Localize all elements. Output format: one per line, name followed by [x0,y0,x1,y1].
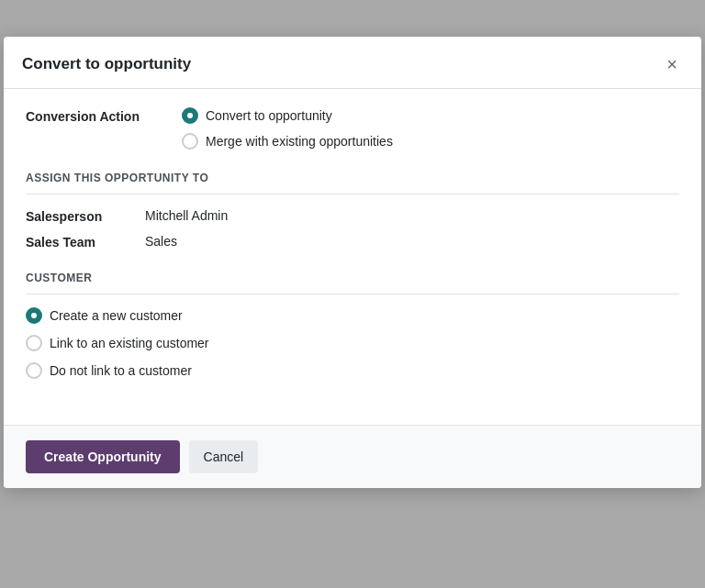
customer-heading: CUSTOMER [26,272,679,284]
assign-heading: ASSIGN THIS OPPORTUNITY TO [26,172,679,184]
radio-circle-existing [26,335,42,351]
radio-label-new: Create a new customer [50,308,183,323]
conversion-action-section: Conversion Action Convert to opportunity… [26,107,679,150]
sales-team-row: Sales Team Sales [26,233,679,250]
cancel-button[interactable]: Cancel [189,440,259,473]
salesperson-value: Mitchell Admin [145,208,228,223]
radio-circle-new [26,307,42,324]
radio-label-existing: Link to an existing customer [50,336,209,350]
modal-body: Conversion Action Convert to opportunity… [4,89,701,425]
customer-divider [26,294,679,294]
radio-circle-merge [182,133,198,150]
assign-divider [26,194,679,194]
assign-section: ASSIGN THIS OPPORTUNITY TO Salesperson M… [26,172,679,250]
radio-label-merge: Merge with existing opportunities [206,134,393,149]
modal-dialog: Convert to opportunity × Conversion Acti… [4,37,701,488]
sales-team-label: Sales Team [26,233,127,250]
create-opportunity-button[interactable]: Create Opportunity [26,440,180,473]
radio-no-customer[interactable]: Do not link to a customer [26,362,679,379]
radio-circle-none [26,362,42,379]
modal-title: Convert to opportunity [22,55,191,73]
modal-overlay: Convert to opportunity × Conversion Acti… [0,0,705,588]
customer-options: Create a new customer Link to an existin… [26,307,679,379]
radio-convert-to-opportunity[interactable]: Convert to opportunity [182,107,393,124]
radio-label-none: Do not link to a customer [50,363,192,378]
salesperson-label: Salesperson [26,207,127,224]
salesperson-row: Salesperson Mitchell Admin [26,207,679,224]
radio-merge-existing[interactable]: Merge with existing opportunities [182,133,393,150]
sales-team-value: Sales [145,234,177,249]
customer-section: CUSTOMER Create a new customer Link to a… [26,272,679,379]
modal-footer: Create Opportunity Cancel [4,425,701,488]
radio-label-convert: Convert to opportunity [206,108,332,123]
conversion-action-label: Conversion Action [26,107,154,124]
close-button[interactable]: × [661,53,683,75]
conversion-action-options: Convert to opportunity Merge with existi… [182,107,393,150]
radio-create-new-customer[interactable]: Create a new customer [26,307,679,324]
radio-link-existing-customer[interactable]: Link to an existing customer [26,335,679,351]
modal-header: Convert to opportunity × [4,37,701,89]
radio-circle-convert [182,107,198,124]
